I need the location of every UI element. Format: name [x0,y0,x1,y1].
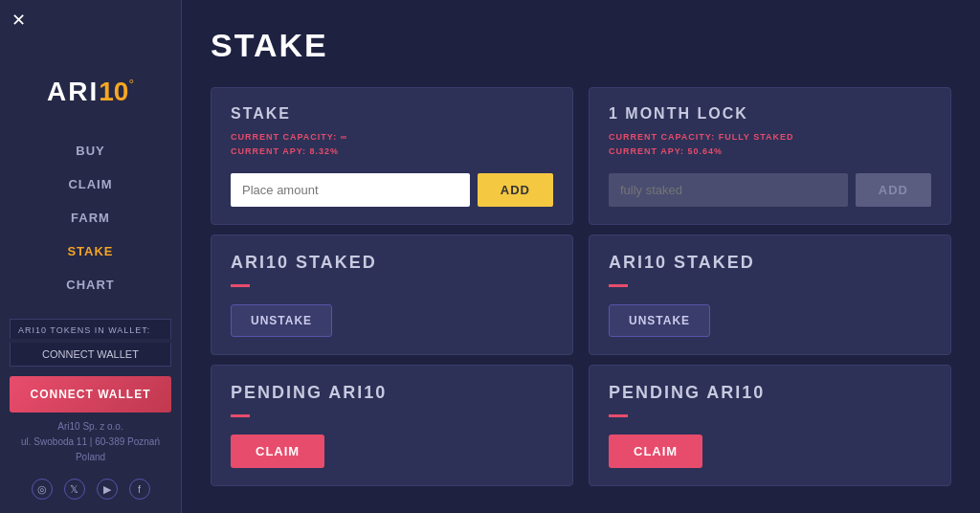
left-stake-capacity: CURRENT CAPACITY: ∞ CURRENT APY: 8.32% [231,130,553,160]
social-twitter-icon[interactable]: 𝕏 [64,479,85,500]
wallet-tokens-label: ARI10 TOKENS IN WALLET: [10,319,171,339]
left-staked-title: ARI10 STAKED [231,253,553,273]
right-stake-input-row: ADD [609,173,931,207]
left-pending-dash [231,414,250,417]
page-title: STAKE [211,27,951,64]
left-stake-input-row: ADD [231,173,553,207]
right-pending-dash [609,414,628,417]
right-staked-dash [609,284,628,287]
right-column: 1 MONTH LOCK CURRENT CAPACITY: FULLY STA… [589,87,951,486]
connect-wallet-button[interactable]: CONNECT WALLET [10,376,171,413]
left-staked-dash [231,284,250,287]
nav-item-claim[interactable]: CLAIM [0,169,181,199]
footer-info: Ari10 Sp. z o.o. ul. Swoboda 11 | 60-389… [21,419,160,465]
logo-ari-text: ARI [47,77,99,107]
left-pending-card: PENDING ARI10 CLAIM [211,365,573,486]
nav-item-chart[interactable]: CHART [0,270,181,300]
right-stake-card: 1 MONTH LOCK CURRENT CAPACITY: FULLY STA… [589,87,951,225]
nav-menu: BUY CLAIM FARM STAKE CHART [0,136,181,300]
right-staked-card: ARI10 STAKED UNSTAKE [589,234,951,355]
right-add-button: ADD [856,173,931,207]
stake-grid: STAKE CURRENT CAPACITY: ∞ CURRENT APY: 8… [211,87,951,486]
left-column: STAKE CURRENT CAPACITY: ∞ CURRENT APY: 8… [211,87,573,486]
left-add-button[interactable]: ADD [478,173,553,207]
left-unstake-button[interactable]: UNSTAKE [231,304,332,337]
left-stake-card: STAKE CURRENT CAPACITY: ∞ CURRENT APY: 8… [211,87,573,225]
left-place-amount-input[interactable] [231,173,470,207]
left-capacity-line1: CURRENT CAPACITY: ∞ [231,130,553,145]
right-staked-title: ARI10 STAKED [609,253,931,273]
right-pending-card: PENDING ARI10 CLAIM [589,365,951,486]
left-pending-title: PENDING ARI10 [231,383,553,403]
left-claim-button[interactable]: CLAIM [231,435,324,468]
main-content: STAKE STAKE CURRENT CAPACITY: ∞ CURRENT … [182,0,980,513]
right-capacity-line1: CURRENT CAPACITY: FULLY STAKED [609,130,931,145]
right-capacity-line2: CURRENT APY: 50.64% [609,145,931,159]
nav-item-farm[interactable]: FARM [0,203,181,233]
social-telegram-icon[interactable]: ◎ [32,479,53,500]
right-place-amount-input [609,173,848,207]
social-facebook-icon[interactable]: f [129,479,150,500]
sidebar: ✕ ARI 10° BUY CLAIM FARM STAKE CHART ARI… [0,0,182,513]
right-unstake-button[interactable]: UNSTAKE [609,304,710,337]
logo: ARI 10° [47,77,134,107]
logo-deg-text: ° [128,77,134,92]
wallet-connect-display: CONNECT WALLET [10,343,171,367]
right-pending-title: PENDING ARI10 [609,383,931,403]
left-stake-title: STAKE [231,105,553,123]
right-claim-button[interactable]: CLAIM [609,435,702,468]
wallet-section: ARI10 TOKENS IN WALLET: CONNECT WALLET C… [10,319,171,413]
footer-company: Ari10 Sp. z o.o. [21,419,160,435]
social-icons: ◎ 𝕏 ▶ f [32,479,150,500]
right-stake-title: 1 MONTH LOCK [609,105,931,123]
footer-address: ul. Swoboda 11 | 60-389 Poznań [21,435,160,450]
footer-country: Poland [21,450,160,465]
logo-10-text: 10 [99,77,128,107]
close-icon[interactable]: ✕ [11,10,26,31]
nav-item-buy[interactable]: BUY [0,136,181,166]
right-stake-capacity: CURRENT CAPACITY: FULLY STAKED CURRENT A… [609,130,931,160]
left-staked-card: ARI10 STAKED UNSTAKE [211,234,573,355]
left-capacity-line2: CURRENT APY: 8.32% [231,145,553,159]
nav-item-stake[interactable]: STAKE [0,236,181,266]
social-youtube-icon[interactable]: ▶ [97,479,118,500]
